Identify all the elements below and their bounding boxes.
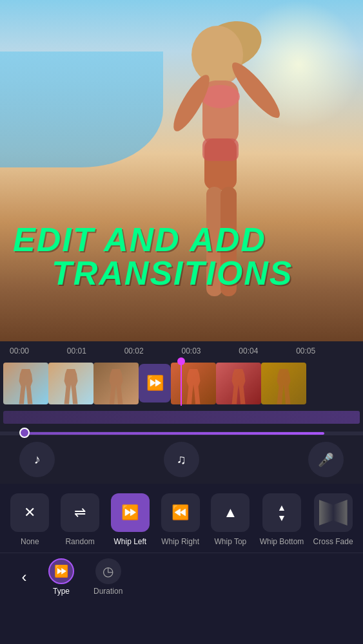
tab-type-icon-container: ⏩ [48,558,74,584]
tab-duration-label: Duration [93,587,123,596]
transition-none-label: None [21,537,39,546]
tab-duration-icon: ◷ [103,564,113,579]
transition-whip-bottom[interactable]: ▲ ▼ Whip Bottom [260,493,304,546]
transition-whip-bottom-btn[interactable]: ▲ ▼ [262,493,301,532]
random-icon: ⇌ [74,504,86,521]
back-icon: ‹ [22,568,27,586]
transition-whip-top[interactable]: ▲ Whip Top [210,493,251,546]
back-button[interactable]: ‹ [13,566,35,589]
transition-slot-icon: ⏩ [146,375,164,392]
music-icon: ♪ [34,452,41,467]
preview-title-line2: TRANSITIONS [13,256,350,290]
time-mark-2: 00:02 [124,346,182,355]
preview-title-line1: EDIT AND ADD [13,223,350,256]
progress-thumb[interactable] [19,428,30,438]
audio-stacked-icon: ♫ [177,452,186,467]
transition-none[interactable]: ✕ None [9,493,51,546]
whip-left-icon: ⏩ [121,504,139,521]
transition-slot-active[interactable]: ⏩ [139,364,171,402]
time-mark-1: 00:01 [67,346,124,355]
tab-duration[interactable]: ◷ Duration [93,558,123,596]
whip-right-icon: ⏪ [172,504,189,521]
bottom-nav: ‹ ⏩ Type ◷ Duration [0,553,363,601]
tab-duration-icon-container: ◷ [95,558,121,584]
progress-bar [23,432,324,435]
video-thumb-3[interactable] [93,363,139,404]
transition-cross-fade-btn[interactable] [314,493,353,532]
transition-options-panel: ✕ None ⇌ Random ⏩ Whip Left ⏪ Whip Right… [0,484,363,553]
none-icon: ✕ [24,504,35,521]
time-mark-0: 00:00 [10,346,67,355]
whip-bottom-icon: ▲ ▼ [277,502,286,523]
video-thumb-1[interactable] [3,363,48,404]
preview-text-overlay: EDIT AND ADD TRANSITIONS [13,223,350,290]
video-thumb-2[interactable] [48,363,93,404]
mic-icon: 🎤 [318,452,334,468]
controls-row: ♪ ♫ 🎤 [0,439,363,484]
transition-none-btn[interactable]: ✕ [10,493,49,532]
preview-area: EDIT AND ADD TRANSITIONS [0,0,363,341]
time-mark-3: 00:03 [181,346,239,355]
transition-whip-left-btn[interactable]: ⏩ [111,493,150,532]
transition-cross-fade-label: Cross Fade [313,537,353,546]
transition-whip-top-btn[interactable]: ▲ [211,493,250,532]
transition-whip-bottom-label: Whip Bottom [260,537,304,546]
audio-strip [0,406,363,428]
audio2-btn[interactable]: ♫ [164,442,199,477]
tab-type-icon: ⏩ [54,564,68,578]
transition-random-btn[interactable]: ⇌ [61,493,99,532]
transition-whip-left[interactable]: ⏩ Whip Left [109,493,151,546]
whip-top-icon: ▲ [223,504,237,521]
playhead[interactable] [181,361,182,406]
transition-whip-right-label: Whip Right [161,537,199,546]
transition-whip-left-label: Whip Left [114,537,147,546]
video-strip[interactable]: ⏩ [0,361,363,406]
transition-whip-right-btn[interactable]: ⏪ [161,493,200,532]
video-thumb-6[interactable] [261,363,306,404]
svg-rect-8 [202,138,239,161]
nav-tabs: ⏩ Type ◷ Duration [48,558,123,596]
time-mark-4: 00:04 [239,346,296,355]
timeline-area: 00:00 00:01 00:02 00:03 00:04 00:05 ⏩ [0,341,363,484]
tab-type[interactable]: ⏩ Type [48,558,74,596]
video-thumb-4[interactable] [171,363,216,404]
cross-fade-icon [319,500,348,526]
transition-random-label: Random [65,537,94,546]
mic-btn[interactable]: 🎤 [308,442,344,477]
transition-whip-top-label: Whip Top [214,537,246,546]
audio-bar [3,411,360,424]
transition-whip-right[interactable]: ⏪ Whip Right [159,493,201,546]
transition-cross-fade[interactable]: Cross Fade [312,493,354,546]
music-btn[interactable]: ♪ [19,442,55,477]
progress-area[interactable] [0,431,363,435]
video-thumb-5[interactable] [216,363,261,404]
time-mark-5: 00:05 [296,346,353,355]
tab-type-label: Type [53,587,70,596]
transition-random[interactable]: ⇌ Random [59,493,101,546]
